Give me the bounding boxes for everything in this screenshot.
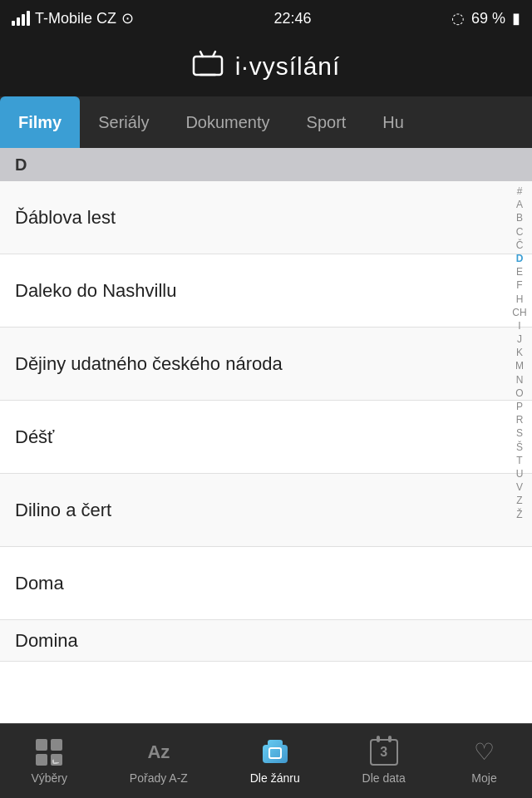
- list-item[interactable]: Dějiny udatného českého národa: [0, 328, 532, 401]
- alpha-T[interactable]: T: [516, 454, 522, 467]
- list-item-partial[interactable]: Domina: [0, 620, 532, 662]
- alpha-O[interactable]: O: [515, 387, 523, 400]
- alpha-index: # A B C Č D E F H CH I J K M N O P R S Š…: [507, 181, 532, 723]
- grid-icon: [32, 737, 66, 767]
- heart-icon: ♡: [468, 737, 501, 767]
- alpha-U[interactable]: U: [516, 467, 524, 480]
- carrier-label: T-Mobile CZ: [35, 10, 116, 27]
- bottom-tab-porady-az[interactable]: Az Pořady A-Z: [118, 731, 200, 791]
- wifi-icon: ⊙: [121, 9, 134, 27]
- bottom-tab-porady-az-label: Pořady A-Z: [130, 771, 188, 785]
- alpha-J[interactable]: J: [517, 332, 522, 346]
- tab-sport[interactable]: Sport: [288, 96, 365, 148]
- content-area: D Ďáblova lest Daleko do Nashvillu Dějin…: [0, 148, 532, 723]
- status-bar: T-Mobile CZ ⊙ 22:46 ◌ 69 % ▮: [0, 0, 532, 37]
- list-item[interactable]: Dilino a čert: [0, 474, 532, 547]
- signal-icon: [12, 11, 30, 26]
- tv-icon: [192, 50, 224, 84]
- bottom-tab-moje[interactable]: ♡ Moje: [456, 731, 513, 791]
- status-right: ◌ 69 % ▮: [451, 9, 520, 27]
- tab-hu[interactable]: Hu: [364, 96, 422, 148]
- bottom-tab-dle-data[interactable]: 3 Dle data: [351, 731, 417, 791]
- alpha-CH[interactable]: CH: [512, 306, 526, 319]
- battery-label: 69 %: [471, 10, 505, 27]
- list-item[interactable]: Déšť: [0, 401, 532, 474]
- bottom-tab-dle-data-label: Dle data: [362, 771, 406, 785]
- section-header-d: D: [0, 148, 532, 181]
- tab-serialy[interactable]: Seriály: [80, 96, 167, 148]
- bottom-tab-moje-label: Moje: [471, 771, 496, 785]
- tab-filmy[interactable]: Filmy: [0, 96, 80, 148]
- alpha-hash[interactable]: #: [517, 185, 523, 198]
- alpha-C-hachek[interactable]: Č: [516, 239, 524, 252]
- bottom-tab-dle-zanru[interactable]: Dle žánru: [239, 731, 312, 791]
- genre-icon: [259, 737, 292, 767]
- bottom-tab-vybery-label: Výběry: [31, 771, 67, 785]
- time-label: 22:46: [273, 10, 311, 27]
- battery-icon: ▮: [512, 9, 520, 27]
- list-item[interactable]: Daleko do Nashvillu: [0, 254, 532, 328]
- alpha-S[interactable]: S: [516, 426, 523, 440]
- alpha-S-hachek[interactable]: Š: [516, 441, 523, 454]
- list-item[interactable]: Doma: [0, 547, 532, 620]
- alpha-N[interactable]: N: [516, 373, 524, 387]
- app-header: i·vysílání: [0, 37, 532, 96]
- list-item[interactable]: Ďáblova lest: [0, 181, 532, 254]
- alpha-F[interactable]: F: [516, 278, 522, 292]
- az-icon: Az: [142, 737, 175, 767]
- alpha-C[interactable]: C: [516, 225, 524, 239]
- status-left: T-Mobile CZ ⊙: [12, 9, 134, 27]
- alpha-H[interactable]: H: [516, 293, 524, 306]
- tab-dokumenty[interactable]: Dokumenty: [167, 96, 288, 148]
- alpha-Z-hachek[interactable]: Ž: [516, 508, 522, 521]
- bottom-tab-bar: Výběry Az Pořady A-Z Dle žánru: [0, 723, 532, 798]
- alpha-Z[interactable]: Z: [516, 494, 522, 507]
- tabs-bar: Filmy Seriály Dokumenty Sport Hu: [0, 96, 532, 148]
- clock-icon: ◌: [451, 9, 465, 27]
- alpha-R[interactable]: R: [516, 413, 524, 426]
- alpha-I[interactable]: I: [518, 319, 520, 332]
- alpha-A[interactable]: A: [516, 198, 523, 211]
- list-area: D Ďáblova lest Daleko do Nashvillu Dějin…: [0, 148, 532, 723]
- svg-rect-5: [268, 740, 283, 746]
- bottom-tab-dle-zanru-label: Dle žánru: [250, 771, 300, 785]
- alpha-E[interactable]: E: [516, 265, 523, 278]
- app-title: i·vysílání: [235, 52, 341, 81]
- alpha-M[interactable]: M: [515, 359, 524, 372]
- alpha-B[interactable]: B: [516, 211, 523, 224]
- svg-rect-0: [194, 57, 222, 75]
- alpha-P[interactable]: P: [516, 400, 523, 413]
- alpha-D[interactable]: D: [516, 252, 524, 265]
- alpha-V[interactable]: V: [516, 480, 523, 494]
- alpha-K[interactable]: K: [516, 346, 523, 359]
- bottom-tab-vybery[interactable]: Výběry: [19, 731, 79, 791]
- calendar-icon: 3: [367, 737, 401, 767]
